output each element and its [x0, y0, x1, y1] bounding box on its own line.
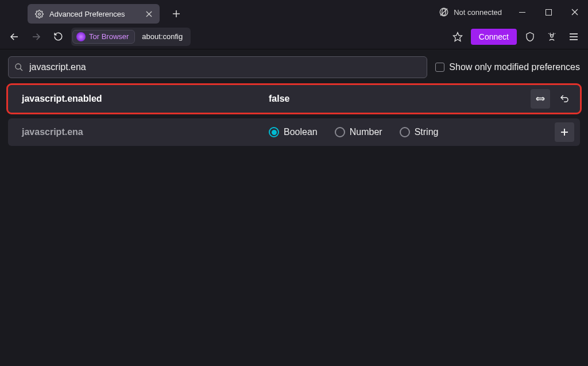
tab-title: Advanced Preferences [49, 10, 138, 18]
security-level-button[interactable] [521, 28, 539, 45]
minimize-button[interactable] [509, 0, 535, 24]
radio-icon [400, 127, 410, 137]
maximize-button[interactable] [535, 0, 562, 24]
back-button[interactable] [6, 28, 23, 45]
new-pref-row: javascript.ena Boolean Number String [8, 118, 580, 146]
window-controls [509, 0, 588, 24]
svg-line-6 [440, 9, 447, 16]
reset-button[interactable] [555, 89, 574, 109]
reload-button[interactable] [49, 28, 67, 45]
connection-status: Not connected [439, 7, 502, 17]
new-pref-actions [555, 122, 574, 142]
search-row: Show only modified preferences [8, 56, 580, 78]
new-identity-button[interactable] [543, 28, 560, 45]
svg-marker-13 [453, 32, 462, 41]
search-icon [14, 63, 24, 72]
about-config-content: Show only modified preferences javascrip… [0, 49, 588, 153]
type-radio-boolean[interactable]: Boolean [269, 127, 318, 137]
bookmark-star-button[interactable] [449, 28, 466, 45]
url-text: about:config [136, 32, 188, 41]
type-radio-number[interactable]: Number [335, 127, 382, 137]
new-tab-button[interactable] [168, 5, 185, 22]
add-pref-button[interactable] [555, 122, 574, 142]
close-window-button[interactable] [562, 0, 588, 24]
modified-only-label: Show only modified preferences [449, 62, 580, 72]
gear-icon [34, 9, 44, 18]
type-radio-string[interactable]: String [400, 127, 439, 137]
radio-icon [269, 127, 279, 137]
forward-button[interactable] [28, 28, 45, 45]
svg-rect-8 [546, 9, 551, 15]
tab-close-button[interactable] [144, 9, 154, 19]
pref-value: false [269, 94, 531, 104]
identity-label: Tor Browser [89, 32, 129, 41]
url-bar[interactable]: Tor Browser about:config [71, 28, 191, 46]
new-pref-name: javascript.ena [22, 127, 269, 137]
svg-line-19 [20, 68, 22, 71]
pref-row-javascript-enabled[interactable]: javascript.enabled false [8, 85, 580, 113]
browser-tab[interactable]: Advanced Preferences [28, 4, 160, 24]
app-menu-button[interactable] [565, 28, 582, 45]
disconnected-icon [439, 7, 449, 17]
connection-status-label: Not connected [454, 8, 502, 17]
connect-label: Connect [479, 32, 509, 41]
toggle-button[interactable] [531, 89, 550, 109]
radio-label: Number [350, 127, 382, 137]
search-box[interactable] [8, 56, 427, 78]
search-input[interactable] [29, 62, 421, 72]
tor-icon [76, 32, 86, 41]
pref-actions [531, 89, 574, 109]
navigation-toolbar: Tor Browser about:config Connect [0, 24, 588, 49]
pref-name: javascript.enabled [22, 94, 269, 104]
svg-point-14 [551, 34, 554, 37]
svg-point-0 [38, 13, 40, 15]
svg-point-18 [16, 64, 21, 69]
type-radio-group: Boolean Number String [269, 127, 555, 137]
titlebar: Advanced Preferences Not connected [0, 0, 588, 24]
identity-pill[interactable]: Tor Browser [72, 30, 135, 44]
radio-icon [335, 127, 345, 137]
radio-label: Boolean [284, 127, 318, 137]
connect-button[interactable]: Connect [471, 29, 517, 45]
radio-label: String [415, 127, 439, 137]
modified-only-checkbox[interactable] [435, 63, 444, 72]
modified-only-filter[interactable]: Show only modified preferences [435, 62, 580, 72]
preferences-list: javascript.enabled false javascript.ena … [8, 85, 580, 146]
